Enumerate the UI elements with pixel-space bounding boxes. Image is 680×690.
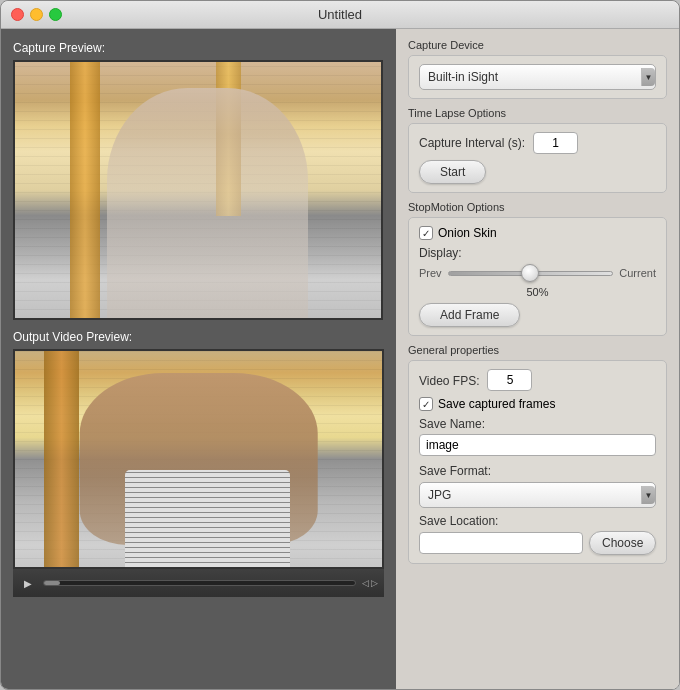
output-preview-section: Output Video Preview: ▶ ◁ ▷ — [13, 330, 384, 597]
save-format-value: JPG — [428, 488, 451, 502]
capture-preview-label: Capture Preview: — [13, 41, 384, 55]
volume-high-icon: ▷ — [371, 578, 378, 588]
save-location-label: Save Location: — [419, 514, 656, 528]
interval-label: Capture Interval (s): — [419, 136, 525, 150]
capture-device-value: Built-in iSight — [428, 70, 498, 84]
slider-thumb[interactable] — [521, 264, 539, 282]
output-preview-video — [13, 349, 384, 569]
left-panel: Capture Preview: Output Video Preview: — [1, 29, 396, 689]
maximize-button[interactable] — [49, 8, 62, 21]
fps-label: Video FPS: — [419, 374, 479, 388]
yellow-pillar-left — [70, 62, 100, 318]
choose-button[interactable]: Choose — [589, 531, 656, 555]
time-lapse-header: Time Lapse Options — [408, 107, 667, 119]
stopmotion-group: ✓ Onion Skin Display: Prev Current 50% A… — [408, 217, 667, 336]
person-shirt — [125, 470, 290, 567]
onion-skin-checkbox[interactable]: ✓ — [419, 226, 433, 240]
capture-device-select[interactable]: Built-in iSight ▼ — [419, 64, 656, 90]
titlebar: Untitled — [1, 1, 679, 29]
save-format-select[interactable]: JPG ▼ — [419, 482, 656, 508]
main-content: Capture Preview: Output Video Preview: — [1, 29, 679, 689]
interval-row: Capture Interval (s): — [419, 132, 656, 154]
minimize-button[interactable] — [30, 8, 43, 21]
close-button[interactable] — [11, 8, 24, 21]
fps-row: Video FPS: — [419, 369, 656, 391]
slider-percentage: 50% — [419, 286, 656, 298]
save-name-label: Save Name: — [419, 417, 656, 431]
time-lapse-group: Capture Interval (s): Start — [408, 123, 667, 193]
time-lapse-section: Time Lapse Options Capture Interval (s):… — [408, 107, 667, 193]
start-button[interactable]: Start — [419, 160, 486, 184]
stopmotion-header: StopMotion Options — [408, 201, 667, 213]
save-format-label: Save Format: — [419, 464, 656, 478]
general-section: General properties Video FPS: ✓ Save cap… — [408, 344, 667, 564]
capture-device-section: Capture Device Built-in iSight ▼ — [408, 39, 667, 99]
capture-preview-video — [13, 60, 383, 320]
onion-skin-row: ✓ Onion Skin — [419, 226, 656, 240]
save-frames-checkbox[interactable]: ✓ — [419, 397, 433, 411]
add-frame-button[interactable]: Add Frame — [419, 303, 520, 327]
stopmotion-section: StopMotion Options ✓ Onion Skin Display:… — [408, 201, 667, 336]
capture-device-header: Capture Device — [408, 39, 667, 51]
save-location-input[interactable] — [419, 532, 583, 554]
progress-fill — [44, 581, 60, 585]
interval-input[interactable] — [533, 132, 578, 154]
display-label: Display: — [419, 246, 656, 260]
fps-input[interactable] — [487, 369, 532, 391]
yellow-pillar-bottom — [44, 351, 79, 567]
slider-current-label: Current — [619, 267, 656, 279]
app-window: Untitled Capture Preview: Output Video P… — [0, 0, 680, 690]
general-header: General properties — [408, 344, 667, 356]
window-title: Untitled — [318, 7, 362, 22]
save-name-input[interactable] — [419, 434, 656, 456]
volume-control[interactable]: ◁ ▷ — [362, 578, 378, 588]
save-frames-row: ✓ Save captured frames — [419, 397, 656, 411]
save-frames-label: Save captured frames — [438, 397, 555, 411]
onion-slider[interactable] — [448, 264, 614, 282]
slider-row: Prev Current — [419, 264, 656, 282]
onion-skin-label: Onion Skin — [438, 226, 497, 240]
save-format-arrow-icon: ▼ — [641, 486, 655, 504]
progress-bar[interactable] — [43, 580, 356, 586]
volume-low-icon: ◁ — [362, 578, 369, 588]
play-button[interactable]: ▶ — [19, 574, 37, 592]
output-preview-label: Output Video Preview: — [13, 330, 384, 344]
save-location-row: Choose — [419, 531, 656, 555]
video-controls: ▶ ◁ ▷ — [13, 569, 384, 597]
capture-preview-section: Capture Preview: — [13, 41, 384, 320]
capture-device-group: Built-in iSight ▼ — [408, 55, 667, 99]
window-controls — [11, 8, 62, 21]
select-arrow-icon: ▼ — [641, 68, 655, 86]
slider-prev-label: Prev — [419, 267, 442, 279]
right-panel: Capture Device Built-in iSight ▼ Time La… — [396, 29, 679, 689]
person-silhouette — [107, 88, 308, 318]
general-group: Video FPS: ✓ Save captured frames Save N… — [408, 360, 667, 564]
